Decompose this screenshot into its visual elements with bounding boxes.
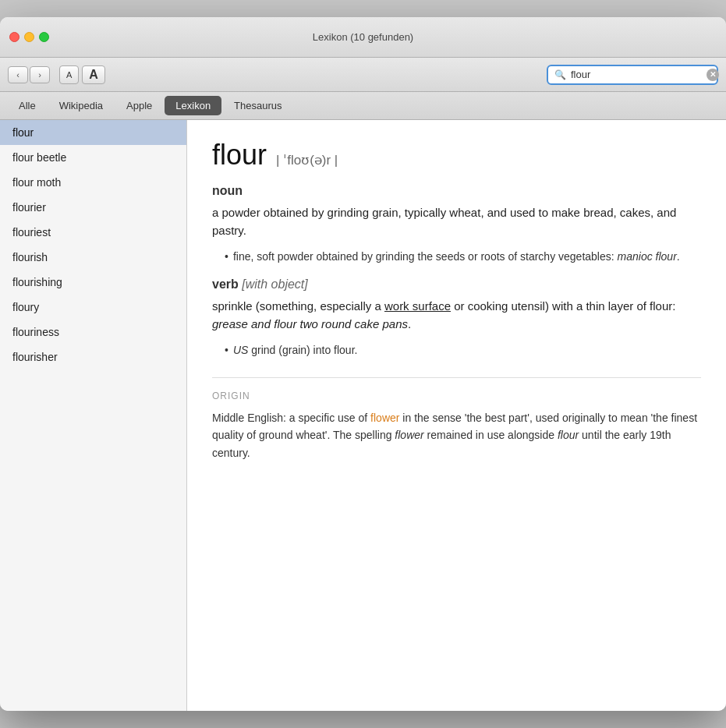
origin-text: Middle English: a specific use of flower… [212,409,701,461]
pos-noun: noun [212,184,701,198]
noun-sub-example: manioc flour [618,250,677,263]
tab-alle[interactable]: Alle [8,96,47,115]
flower-link[interactable]: flower [370,412,399,424]
search-icon: 🔍 [554,69,566,80]
verb-definition: sprinkle (something, especially a work s… [212,298,701,333]
tab-apple[interactable]: Apple [115,96,163,115]
tab-thesaurus[interactable]: Thesaurus [223,96,292,115]
sidebar-item-flourishing[interactable]: flourishing [0,270,186,295]
toolbar: ‹ › A A 🔍 ✕ [0,58,726,92]
search-box: 🔍 ✕ [547,65,718,85]
bullet-icon: • [225,249,228,265]
sidebar-item-flourish[interactable]: flourish [0,245,186,270]
noun-sub-definition: • fine, soft powder obtained by grinding… [225,249,701,265]
tab-lexikon[interactable]: Lexikon [165,96,221,115]
sidebar-item-flourisher[interactable]: flourisher [0,345,186,369]
minimize-button[interactable] [24,32,34,42]
pos-verb: verb [with object] [212,277,701,292]
font-small-button[interactable]: A [59,65,79,84]
forward-button[interactable]: › [30,66,50,83]
sidebar-item-flour-moth[interactable]: flour moth [0,170,186,195]
origin-label: ORIGIN [212,391,701,401]
verb-sub-text: US grind (grain) into flour. [233,342,358,359]
word-header: flour | ˈfloʊ(ə)r | [212,139,701,171]
noun-definition: a powder obtained by grinding grain, typ… [212,204,701,239]
close-button[interactable] [9,32,19,42]
window-title: Lexikon (10 gefunden) [313,31,413,43]
tab-wikipedia[interactable]: Wikipedia [48,96,114,115]
font-large-button[interactable]: A [82,65,105,84]
origin-section: ORIGIN Middle English: a specific use of… [212,377,701,461]
bullet-icon-2: • [225,342,228,359]
sidebar: flour flour beetle flour moth flourier f… [0,120,187,711]
main-content: flour | ˈfloʊ(ə)r | noun a powder obtain… [187,120,726,711]
word-title: flour [212,139,267,171]
sidebar-item-floury[interactable]: floury [0,295,186,320]
sidebar-item-flour-beetle[interactable]: flour beetle [0,145,186,170]
font-buttons: A A [59,65,105,84]
traffic-lights [9,32,49,42]
search-clear-button[interactable]: ✕ [707,69,719,81]
main-window: Lexikon (10 gefunden) ‹ › A A 🔍 ✕ Alle W… [0,17,726,711]
work-surface-link[interactable]: work surface [384,299,451,313]
noun-section: noun a powder obtained by grinding grain… [212,184,701,265]
sidebar-item-flourier[interactable]: flourier [0,195,186,220]
verb-example: grease and flour two round cake pans [212,317,408,330]
verb-section: verb [with object] sprinkle (something, … [212,277,701,359]
search-input[interactable] [571,69,702,80]
sidebar-item-flouriness[interactable]: flouriness [0,320,186,345]
nav-buttons: ‹ › [8,66,50,83]
verb-sub-definition: • US grind (grain) into flour. [225,342,701,359]
noun-sub-text: fine, soft powder obtained by grinding t… [233,249,680,265]
content-area: flour flour beetle flour moth flourier f… [0,120,726,711]
maximize-button[interactable] [39,32,49,42]
word-pronunciation: | ˈfloʊ(ə)r | [276,152,338,168]
back-button[interactable]: ‹ [8,66,28,83]
titlebar: Lexikon (10 gefunden) [0,17,726,58]
sidebar-item-flour[interactable]: flour [0,120,186,145]
sidebar-item-flouriest[interactable]: flouriest [0,220,186,245]
tabs-bar: Alle Wikipedia Apple Lexikon Thesaurus [0,92,726,120]
